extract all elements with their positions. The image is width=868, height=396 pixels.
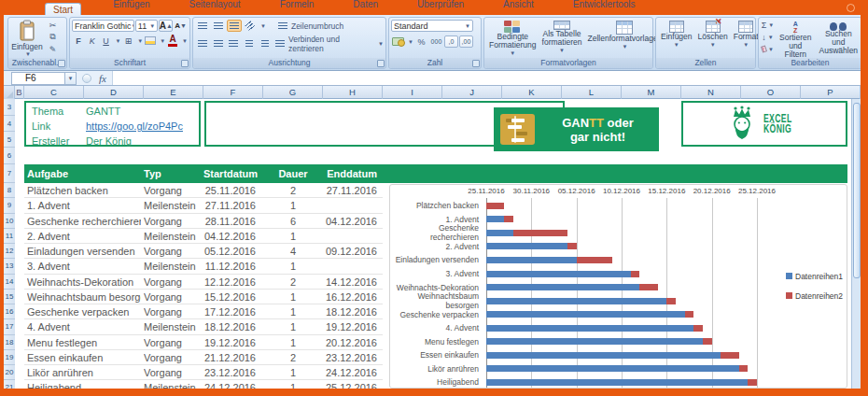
- cell-16-start[interactable]: 17.12.2016: [203, 304, 259, 319]
- cell-18-aufgabe[interactable]: Menu festlegen: [27, 335, 141, 350]
- cell-20-start[interactable]: 23.12.2016: [203, 365, 259, 380]
- cell-20-dauer[interactable]: 1: [263, 365, 323, 380]
- fill-down-icon[interactable]: ↓▼: [761, 31, 775, 43]
- cell-16-typ[interactable]: Vorgang: [144, 304, 200, 319]
- alignment-dialog-launcher[interactable]: [377, 60, 385, 67]
- row-header-7[interactable]: 7: [4, 164, 15, 183]
- cell-14-aufgabe[interactable]: Weihnachts-Dekoration: [27, 275, 141, 290]
- cut-icon[interactable]: ✂: [46, 19, 60, 31]
- cell-18-typ[interactable]: Vorgang: [144, 335, 200, 350]
- cell-19-dauer[interactable]: 2: [263, 350, 323, 365]
- column-header-H[interactable]: H: [323, 86, 383, 99]
- column-header-K[interactable]: K: [502, 86, 562, 99]
- cell-11-start[interactable]: 04.12.2016: [203, 229, 259, 244]
- cell-12-start[interactable]: 05.12.2016: [203, 244, 259, 259]
- cell-18-dauer[interactable]: 1: [263, 335, 323, 350]
- row-header-6[interactable]: 6: [4, 148, 15, 164]
- table-header-enddatum[interactable]: Enddatum: [323, 164, 377, 183]
- conditional-formatting-button[interactable]: Bedingte Formatierung▼: [486, 19, 539, 57]
- cell-21-aufgabe[interactable]: Heiligabend: [27, 380, 141, 389]
- borders-dropdown-arrow[interactable]: ▼: [137, 38, 143, 44]
- cell-20-aufgabe[interactable]: Likör anrühren: [27, 365, 141, 380]
- column-header-I[interactable]: I: [383, 86, 442, 99]
- cell-11-typ[interactable]: Meilenstein: [144, 229, 200, 244]
- cell-12-typ[interactable]: Vorgang: [144, 244, 200, 259]
- cell-16-ende[interactable]: 18.12.2016: [323, 304, 377, 319]
- info-link[interactable]: https://goo.gl/zoP4Pc: [86, 120, 183, 132]
- autosum-icon[interactable]: Σ▼: [761, 19, 775, 31]
- format-painter-icon[interactable]: ✎: [46, 43, 60, 55]
- cell-14-start[interactable]: 12.12.2016: [203, 275, 259, 290]
- cell-12-dauer[interactable]: 4: [263, 244, 323, 259]
- merge-center-icon[interactable]: [273, 38, 287, 50]
- ribbon-tab-7[interactable]: Ansicht: [496, 0, 541, 9]
- wrap-text-icon[interactable]: [275, 20, 290, 32]
- name-box[interactable]: F6: [11, 72, 65, 85]
- cell-13-typ[interactable]: Meilenstein: [144, 259, 200, 274]
- table-header-dauer[interactable]: Dauer: [263, 164, 323, 183]
- cell-17-dauer[interactable]: 1: [263, 319, 323, 334]
- cell-17-typ[interactable]: Meilenstein: [144, 319, 200, 334]
- cell-9-typ[interactable]: Meilenstein: [144, 198, 200, 213]
- cell-21-start[interactable]: 24.12.2016: [203, 380, 259, 389]
- cell-11-aufgabe[interactable]: 2. Advent: [27, 229, 141, 244]
- grow-font-icon[interactable]: A▲: [159, 20, 173, 32]
- row-header-21[interactable]: 21: [4, 380, 15, 389]
- cell-9-aufgabe[interactable]: 1. Advent: [27, 198, 141, 213]
- cell-11-ende[interactable]: [323, 229, 377, 244]
- cell-15-start[interactable]: 15.12.2016: [203, 290, 259, 304]
- align-top-icon[interactable]: [195, 20, 210, 32]
- cell-10-ende[interactable]: 04.12.2016: [323, 214, 377, 229]
- fill-dropdown-arrow[interactable]: ▼: [160, 38, 165, 44]
- banner-image[interactable]: GANTT oder gar nicht!: [494, 107, 659, 151]
- select-all-corner[interactable]: [4, 86, 15, 99]
- cell-18-start[interactable]: 19.12.2016: [203, 335, 259, 350]
- cell-21-ende[interactable]: 25.12.2016: [323, 380, 377, 389]
- cell-8-start[interactable]: 25.11.2016: [203, 183, 259, 198]
- wrap-text-label[interactable]: Zeilenumbruch: [291, 21, 343, 31]
- table-header-startdatum[interactable]: Startdatum: [203, 164, 259, 183]
- row-header-15[interactable]: 15: [4, 290, 15, 304]
- worksheet[interactable]: ThemaGANTTLinkhttps://goo.gl/zoP4PcErste…: [24, 99, 851, 389]
- cell-15-aufgabe[interactable]: Weihnachtsbaum besorgen: [27, 290, 141, 304]
- insert-cells-button[interactable]: Einfügen▼: [658, 19, 695, 57]
- paste-button[interactable]: Einfügen ▼: [12, 20, 42, 59]
- ribbon-tab-6[interactable]: Überprüfen: [410, 0, 471, 9]
- row-header-12[interactable]: 12: [4, 244, 15, 259]
- cell-19-ende[interactable]: 23.12.2016: [323, 350, 377, 365]
- number-dialog-launcher[interactable]: [472, 60, 480, 67]
- cell-14-typ[interactable]: Vorgang: [144, 275, 200, 290]
- column-header-J[interactable]: J: [442, 86, 502, 99]
- column-header-b[interactable]: B: [15, 86, 24, 99]
- cell-18-ende[interactable]: 20.12.2016: [323, 335, 377, 350]
- row-header-10[interactable]: 10: [4, 214, 15, 229]
- align-bottom-icon[interactable]: [227, 20, 242, 32]
- increase-decimal-icon[interactable]: ,0: [444, 35, 458, 48]
- orientation-icon[interactable]: [243, 20, 258, 32]
- bold-button[interactable]: F: [72, 35, 85, 47]
- shrink-font-icon[interactable]: A▼: [174, 20, 188, 32]
- font-dialog-launcher[interactable]: [181, 60, 189, 67]
- cell-19-start[interactable]: 21.12.2016: [203, 350, 259, 365]
- cell-13-ende[interactable]: [323, 259, 377, 274]
- row-header-8[interactable]: 8: [4, 183, 15, 198]
- currency-format-icon[interactable]: [391, 35, 405, 48]
- column-header-C[interactable]: C: [24, 86, 84, 99]
- orientation-dropdown-arrow[interactable]: ▼: [260, 23, 266, 29]
- cell-17-aufgabe[interactable]: 4. Advent: [27, 319, 141, 334]
- row-header-14[interactable]: 14: [4, 275, 15, 290]
- cell-14-ende[interactable]: 14.12.2016: [323, 275, 377, 290]
- column-header-P[interactable]: P: [801, 86, 861, 99]
- cell-17-start[interactable]: 18.12.2016: [203, 319, 259, 334]
- cell-9-ende[interactable]: [323, 198, 377, 213]
- sort-filter-button[interactable]: AZ Sortieren und Filtern▼: [777, 19, 815, 57]
- excel-koenig-logo[interactable]: EXCEL KÖNIG: [681, 101, 847, 147]
- cell-9-start[interactable]: 27.11.2016: [203, 198, 259, 213]
- underline-dropdown-arrow[interactable]: ▼: [116, 38, 121, 44]
- row-header-20[interactable]: 20: [4, 365, 15, 380]
- align-right-icon[interactable]: [226, 38, 241, 50]
- decrease-decimal-icon[interactable]: ,00: [459, 35, 473, 48]
- scrollbar-thumb[interactable]: [853, 103, 861, 278]
- cell-10-typ[interactable]: Vorgang: [144, 214, 200, 229]
- clear-icon[interactable]: ▼: [761, 43, 775, 55]
